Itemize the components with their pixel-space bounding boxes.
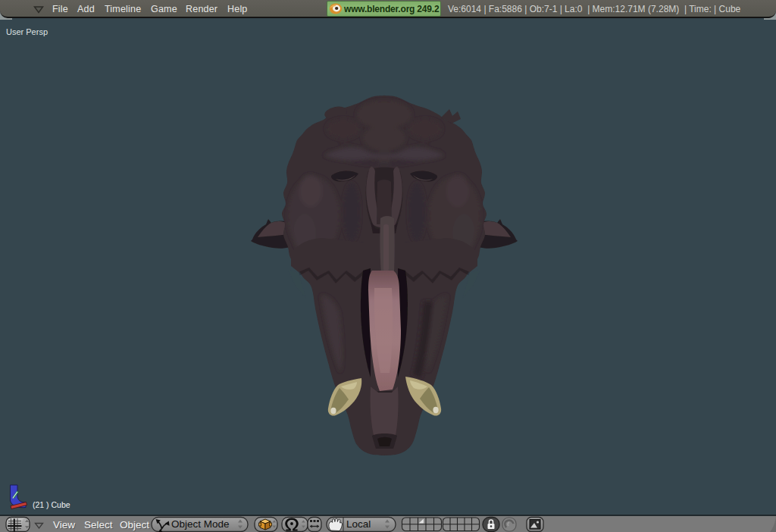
- svg-text:Object Mode: Object Mode: [171, 518, 230, 530]
- svg-text:Local: Local: [346, 518, 371, 530]
